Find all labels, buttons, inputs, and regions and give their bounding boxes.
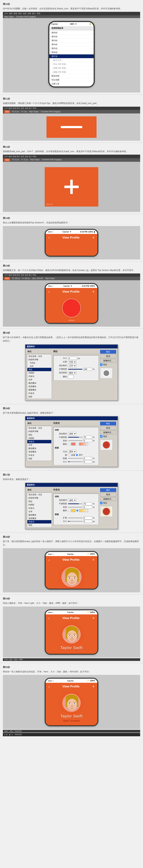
dl16-inner-shadow[interactable]: 内阴影	[27, 436, 51, 440]
style-inner-shadow[interactable]: 内阴影	[27, 371, 51, 375]
dl17-inner-glow[interactable]: 内发光	[27, 506, 51, 510]
color-swatch-17[interactable]	[71, 509, 75, 512]
dl17-drop-shadow[interactable]: 投影	[27, 524, 51, 527]
new-style-btn-17[interactable]: 新建样式...	[100, 497, 116, 501]
dl16-bevel[interactable]: 斜面和浮雕	[27, 430, 51, 433]
color-swatch-16[interactable]	[71, 442, 75, 445]
cancel-btn-16[interactable]: 取消	[100, 426, 116, 430]
gradient-swatch-16[interactable]	[79, 442, 88, 445]
source-center[interactable]	[76, 454, 78, 456]
plus-20[interactable]: +	[92, 684, 95, 689]
size-input[interactable]	[68, 357, 77, 360]
blend-select[interactable]: 正常	[68, 364, 76, 367]
choke-pct: %	[93, 457, 95, 459]
plus-btn-13[interactable]: +	[92, 235, 95, 240]
style-drop-shadow[interactable]: 投影	[27, 395, 51, 398]
fill-select[interactable]: 颜色	[68, 371, 76, 374]
dl17-color-ov[interactable]: 颜色叠加	[27, 513, 51, 517]
opacity-inp-17[interactable]	[83, 502, 92, 505]
spread-inp-17[interactable]	[83, 517, 92, 519]
dl17-satin[interactable]: 光泽	[27, 510, 51, 513]
back-19[interactable]: ‹	[48, 616, 50, 620]
noise-slider-16[interactable]	[68, 440, 82, 441]
radio-color-17[interactable]	[68, 509, 70, 512]
style-stroke[interactable]: 描边	[27, 368, 51, 371]
preview-chk-17[interactable]	[100, 502, 102, 504]
style-outer-glow[interactable]: 外发光	[27, 392, 51, 395]
style-gradient-overlay[interactable]: 渐变叠加	[27, 385, 51, 388]
opacity-slider-16[interactable]	[68, 437, 82, 438]
dl17-grad-ov[interactable]: 渐变叠加	[27, 517, 51, 520]
dialog16-left: 样式 混合选项：自定 斜面和浮雕 描边 内阴影 内发光 光泽 颜色叠加 渐变叠加…	[27, 422, 52, 465]
step17-desc: 添加外发光，参数设置如下：	[3, 477, 140, 481]
style-pattern-overlay[interactable]: 图案叠加	[27, 388, 51, 392]
blend-lbl-16: 混合模式:	[55, 432, 67, 435]
plus-14[interactable]: +	[92, 289, 95, 294]
plus-18[interactable]: +	[92, 557, 95, 562]
preview-chk-16[interactable]	[100, 435, 102, 438]
dl16-color-ov[interactable]: 颜色叠加	[27, 447, 51, 450]
cancel-btn-15[interactable]: 取消	[100, 354, 116, 358]
back-14[interactable]: ‹	[48, 289, 50, 294]
design-toolbar-14: 文件 编辑 图像 图层 选择 滤镜 窗口 帮助	[3, 274, 140, 277]
noise-inp-17[interactable]	[83, 506, 92, 508]
size-inp-17[interactable]	[83, 520, 92, 523]
ok-btn-15[interactable]: 确定	[100, 350, 116, 354]
tech-sel-16[interactable]: 柔和	[68, 450, 76, 453]
dl16-outer-glow[interactable]: 外发光	[27, 454, 51, 457]
blend-sel-17[interactable]: 滤色	[68, 499, 76, 502]
opacity-inp-16[interactable]	[83, 436, 92, 439]
opacity-input[interactable]	[83, 368, 92, 371]
plus-19[interactable]: +	[92, 616, 95, 620]
style-satin[interactable]: 光泽	[27, 378, 51, 381]
dl17-outer-glow[interactable]: 外发光	[27, 520, 51, 524]
dl16-blend[interactable]: 混合选项：自定	[27, 426, 51, 430]
back-20[interactable]: ‹	[48, 685, 50, 689]
ok-btn-17[interactable]: 确定	[100, 488, 116, 492]
noise-slider-17[interactable]	[68, 507, 82, 507]
size-slider-16[interactable]	[68, 461, 82, 462]
color-swatch[interactable]	[68, 375, 73, 378]
spread-slider-17[interactable]	[68, 518, 82, 518]
style-texture[interactable]: 纹理	[27, 365, 51, 368]
radio-gradient[interactable]	[76, 443, 78, 445]
cancel-btn-17[interactable]: 取消	[100, 493, 116, 496]
nav-bar-19: ‹ View Profile +	[45, 614, 98, 622]
preview-checkbox[interactable]	[100, 364, 102, 366]
noise-inp-16[interactable]	[83, 439, 92, 442]
source-edge[interactable]	[68, 454, 70, 456]
ok-btn-16[interactable]: 确定	[100, 422, 116, 426]
back-18[interactable]: ‹	[48, 558, 50, 562]
style-color-overlay[interactable]: 颜色叠加	[27, 381, 51, 385]
choke-inp-16[interactable]	[83, 457, 92, 460]
back-btn-13[interactable]: ‹	[48, 236, 50, 240]
style-blend[interactable]: 混合选项：自定	[27, 354, 51, 358]
position-select[interactable]: 外部 内部 居中	[68, 360, 76, 364]
choke-slider-16[interactable]	[68, 458, 82, 459]
new-style-btn-16[interactable]: 新建样式...	[100, 431, 116, 434]
dl16-stroke[interactable]: 描边	[27, 433, 51, 436]
dl16-inner-glow[interactable]: 内发光	[27, 440, 51, 443]
new-style-btn-15[interactable]: 新建样式...	[100, 359, 116, 363]
dl17-bevel[interactable]: 斜面和浮雕	[27, 496, 51, 500]
size-inp-16[interactable]	[83, 460, 92, 463]
dl16-grad-ov[interactable]: 渐变叠加	[27, 450, 51, 454]
gradient-swatch-17[interactable]	[79, 509, 88, 512]
size-slider-17[interactable]	[68, 521, 82, 522]
opacity-slider-17[interactable]	[68, 503, 82, 504]
dl16-satin[interactable]: 光泽	[27, 443, 51, 447]
toolbar-label-edit: 编辑	[9, 12, 12, 15]
dl17-inner-shadow[interactable]: 内阴影	[27, 503, 51, 506]
style-bevel[interactable]: 斜面和浮雕	[27, 358, 51, 361]
style-contour[interactable]: 等高线	[27, 361, 51, 365]
color-row-17: 颜色:	[55, 509, 97, 512]
dl17-blend[interactable]: 混合选项：自定	[27, 493, 51, 496]
source-row-16: 源: 边缘 居中	[55, 454, 97, 456]
dl16-drop-shadow[interactable]: 投影	[27, 457, 51, 460]
style-inner-glow[interactable]: 内发光	[27, 375, 51, 378]
radio-gradient-17[interactable]	[76, 509, 78, 512]
dl17-stroke[interactable]: 描边	[27, 500, 51, 503]
blend-sel-16[interactable]: 滤色	[68, 432, 76, 435]
radio-color[interactable]	[68, 443, 70, 445]
opacity-slider[interactable]	[68, 369, 82, 370]
